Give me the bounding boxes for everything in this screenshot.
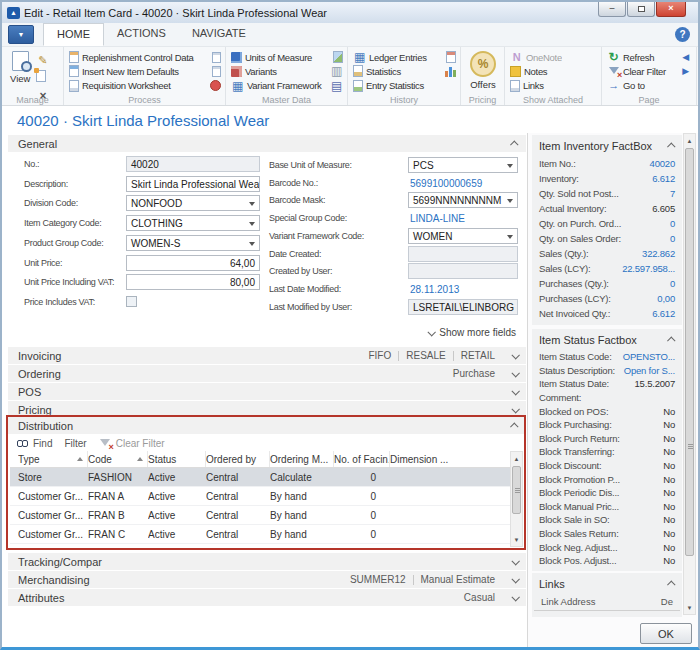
close-button[interactable]: × [656,1,686,17]
field-special-group-code[interactable]: LINDA-LINE [408,210,518,226]
edit-button[interactable]: ✎ [36,50,49,68]
insert-new-item-defaults-button[interactable]: Insert New Item Defaults [69,64,221,78]
column-header-type[interactable]: Type [18,451,88,467]
application-menu-button[interactable]: ▼ [8,25,34,44]
scrollbar-thumb[interactable] [685,148,694,556]
field-unit-price-including-vat[interactable]: 80,00 [126,274,260,290]
fact-value[interactable]: 40020 [650,158,675,169]
fact-value[interactable]: 322.862 [642,248,675,259]
distribution-table-scrollbar[interactable]: ▲ ▼ [510,451,523,547]
fact-value[interactable]: 6.612 [652,173,675,184]
clear-filter-button[interactable]: Clear Filter [116,438,165,449]
find-button[interactable]: Find [33,438,52,449]
fact-value[interactable]: 0 [670,218,675,229]
column-header-no-of-facin-[interactable]: No. of Facin... [334,451,390,467]
field-no[interactable]: 40020 [126,156,260,172]
column-header-code[interactable]: Code [88,451,148,467]
section-header-distribution[interactable]: Distribution [8,417,526,434]
field-date-created[interactable] [408,246,518,262]
column-header-ordered-by[interactable]: Ordered by [206,451,270,467]
field-description[interactable]: Skirt Linda Professional Wear [126,176,260,192]
link-description-header[interactable]: De [661,596,673,607]
new-button[interactable] [36,68,49,86]
go-to-button[interactable]: →Go to [607,79,692,93]
field-barcode-mask[interactable]: 5699NNNNNNNNM [408,192,518,208]
links-button[interactable]: Links [510,79,597,93]
table-row[interactable]: Customer Gr...FRAN CActiveCentralBy hand… [10,525,522,544]
field-base-unit-of-measure[interactable]: PCS [408,157,518,173]
chevron-down-icon[interactable] [511,369,519,377]
scroll-up-button[interactable]: ▲ [684,134,695,147]
fact-value[interactable]: Open for S... [624,365,675,376]
chevron-down-icon[interactable] [511,575,519,583]
collapse-icon[interactable] [667,336,675,344]
section-header-invoicing[interactable]: InvoicingFIFORESALERETAIL [8,347,526,364]
section-header-tracking-compar[interactable]: Tracking/Compar [8,553,526,570]
link-address-header[interactable]: Link Address [541,596,595,607]
entry-statistics-button[interactable]: Entry Statistics [353,79,456,93]
minimize-button[interactable]: – [598,1,626,17]
scroll-up-button[interactable]: ▲ [511,452,522,465]
help-button[interactable]: ? [675,27,690,42]
fact-value[interactable]: 7 [670,188,675,199]
scroll-down-button[interactable]: ▼ [684,601,695,614]
field-product-group-code[interactable]: WOMEN-S [126,235,260,251]
scrollbar-thumb[interactable] [512,466,521,514]
section-header-pos[interactable]: POS [8,383,526,400]
collapse-icon[interactable] [510,140,518,148]
factbox-scrollbar[interactable]: ▲ ▼ [683,133,696,615]
collapse-icon[interactable] [667,580,675,588]
field-variant-framework-code[interactable]: WOMEN [408,228,518,244]
table-row[interactable]: StoreFASHIONActiveCentralCalculate0 [10,468,522,487]
chevron-down-icon[interactable] [511,557,519,565]
section-header-general[interactable]: General [8,135,526,152]
column-header-status[interactable]: Status [148,451,206,467]
checkbox-price-includes-vat[interactable] [126,296,137,307]
fact-value[interactable]: 6.612 [652,308,675,319]
table-row[interactable]: Customer Gr...FRAN BActiveCentralBy hand… [10,506,522,525]
table-row[interactable]: Customer Gr...FRAN AActiveCentralBy hand… [10,487,522,506]
field-created-by-user[interactable] [408,263,518,279]
fact-value[interactable]: 22.597.958... [622,263,675,274]
field-division-code[interactable]: NONFOOD [126,195,260,211]
variant-framework-button[interactable]: ▦Variant Framework▤ [231,79,343,93]
chevron-down-icon[interactable] [511,405,519,413]
column-header-ordering-m-[interactable]: Ordering M... [270,451,334,467]
onenote-button[interactable]: NOneNote [510,50,597,64]
ledger-entries-button[interactable]: ▦Ledger Entries [353,50,456,64]
tab-navigate[interactable]: NAVIGATE [179,23,259,46]
section-header-pricing[interactable]: Pricing [8,401,526,418]
refresh-button[interactable]: ↻Refresh◀ [607,50,692,64]
offers-button[interactable]: %Offers [466,50,500,91]
field-barcode-no[interactable]: 5699100000659 [408,175,518,191]
section-header-attributes[interactable]: AttributesCasual [8,589,526,606]
statistics-button[interactable]: Statistics [353,64,456,78]
filter-button[interactable]: Filter [64,438,86,449]
units-of-measure-button[interactable]: Units of Measure [231,50,343,64]
collapse-icon[interactable] [510,422,518,430]
section-header-merchandising[interactable]: MerchandisingSUMMER12Manual Estimate [8,571,526,588]
clear-filter-button[interactable]: Clear Filter▶ [607,64,692,78]
fact-value[interactable]: 0 [670,278,675,289]
collapse-icon[interactable] [667,142,675,150]
section-header-ordering[interactable]: OrderingPurchase [8,365,526,382]
fact-value[interactable]: OPENSTO... [623,351,675,362]
field-unit-price[interactable]: 64,00 [126,255,260,271]
maximize-button[interactable] [627,1,655,17]
field-last-modified-by-user[interactable]: LSRETAIL\ELINBORG [408,299,518,315]
variants-button[interactable]: Variants▥ [231,64,343,78]
chevron-down-icon[interactable] [511,351,519,359]
field-item-category-code[interactable]: CLOTHING [126,215,260,231]
view-button[interactable]: View [7,50,33,85]
tab-actions[interactable]: ACTIONS [104,23,179,46]
fact-value[interactable]: 0 [670,233,675,244]
fact-value[interactable]: 0,00 [657,293,675,304]
show-more-fields-link[interactable]: Show more fields [428,327,516,338]
requisition-worksheet-button[interactable]: Requisition Worksheet [69,79,221,93]
scroll-down-button[interactable]: ▼ [511,533,522,546]
notes-button[interactable]: Notes [510,64,597,78]
chevron-down-icon[interactable] [511,387,519,395]
field-last-date-modified[interactable]: 28.11.2013 [408,281,518,297]
ok-button[interactable]: OK [640,623,692,644]
column-header-dimension-[interactable]: Dimension ... [390,451,522,467]
